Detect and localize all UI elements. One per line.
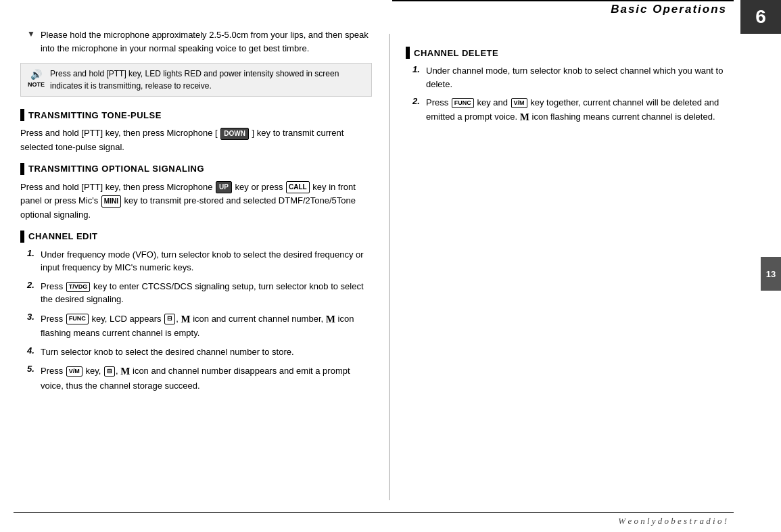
channel-edit-title: CHANNEL EDIT — [28, 231, 98, 241]
step-5-label: 5. — [27, 364, 38, 374]
section-bar-icon — [20, 109, 24, 121]
step-4-text: Turn selector knob to select the desired… — [41, 345, 294, 359]
channel-edit-steps: 1. Under frequency mode (VFO), turn sele… — [27, 248, 372, 393]
delete-step-1-text: Under channel mode, turn selector knob t… — [426, 64, 747, 91]
optional-signal-section-header: TRANSMITTING OPTIONAL SIGNALING — [20, 163, 372, 175]
up-key: UP — [216, 181, 232, 193]
m-icon-1: M — [181, 314, 190, 324]
section-bar-icon-4 — [406, 47, 410, 59]
right-column: CHANNEL DELETE 1. Under channel mode, tu… — [389, 0, 761, 532]
m-icon-3: M — [120, 366, 130, 377]
step-5-text: Press V/M key, ⊟, M icon and channel num… — [41, 364, 372, 392]
step-2-text: Press T/VDG key to enter CTCSS/DCS signa… — [41, 280, 372, 306]
footer-tagline: W e o n l y d o b e s t r a d i o ! — [618, 516, 727, 527]
step-3-text: Press FUNC key, LCD appears ⊟, M icon an… — [41, 312, 372, 340]
left-column: ▼ Please hold the microphone approximate… — [0, 0, 385, 532]
channel-edit-section-header: CHANNEL EDIT — [20, 231, 372, 243]
step-1-label: 1. — [27, 248, 38, 258]
step-4-label: 4. — [27, 345, 38, 356]
channel-delete-section-header: CHANNEL DELETE — [406, 47, 747, 59]
page-number-box: 13 — [761, 257, 781, 291]
page-number: 13 — [766, 269, 776, 279]
bullet-item-1: ▼ Please hold the microphone approximate… — [20, 28, 372, 55]
tone-pulse-body: Press and hold [PTT] key, then press Mic… — [20, 126, 372, 155]
g-icon-1: ⊟ — [164, 314, 175, 324]
note-box: 🔊 NOTE Press and hold [PTT] key, LED lig… — [20, 63, 372, 97]
bullet-section: ▼ Please hold the microphone approximate… — [20, 28, 372, 55]
bullet-arrow-icon: ▼ — [27, 29, 35, 39]
delete-step-2-text: Press FUNC key and V/M key together, cur… — [426, 96, 747, 124]
delete-step-1-label: 1. — [412, 64, 423, 74]
g-icon-2: ⊟ — [104, 366, 115, 377]
channel-edit-step-3: 3. Press FUNC key, LCD appears ⊟, M icon… — [27, 312, 372, 340]
channel-edit-step-4: 4. Turn selector knob to select the desi… — [27, 345, 372, 359]
channel-edit-step-5: 5. Press V/M key, ⊟, M icon and channel … — [27, 364, 372, 392]
tone-pulse-title: TRANSMITTING TONE-PULSE — [28, 110, 162, 120]
step-3-label: 3. — [27, 312, 38, 322]
channel-edit-step-2: 2. Press T/VDG key to enter CTCSS/DCS si… — [27, 280, 372, 306]
m-icon-2: M — [326, 314, 335, 324]
down-key: DOWN — [220, 128, 249, 140]
bullet-text-1: Please hold the microphone approximately… — [41, 28, 372, 55]
vm-key-delete: V/M — [511, 98, 527, 109]
channel-edit-step-1: 1. Under frequency mode (VFO), turn sele… — [27, 248, 372, 274]
speaker-icon: 🔊 — [30, 69, 42, 80]
footer-line — [14, 512, 734, 513]
func-key-delete: FUNC — [452, 98, 474, 109]
note-label: NOTE — [28, 81, 45, 88]
func-key-edit: FUNC — [66, 314, 89, 324]
note-icon-area: 🔊 NOTE — [28, 69, 45, 88]
tone-pulse-section-header: TRANSMITTING TONE-PULSE — [20, 109, 372, 121]
channel-delete-steps: 1. Under channel mode, turn selector kno… — [412, 64, 747, 124]
delete-step-2-label: 2. — [412, 96, 423, 106]
m-icon-delete: M — [520, 112, 529, 122]
section-bar-icon-3 — [20, 231, 24, 243]
optional-signal-body: Press and hold [PTT] key, then press Mic… — [20, 180, 372, 222]
section-bar-icon-2 — [20, 163, 24, 175]
step-1-text: Under frequency mode (VFO), turn selecto… — [41, 248, 372, 274]
channel-delete-step-1: 1. Under channel mode, turn selector kno… — [412, 64, 747, 91]
tvdg-key: T/VDG — [66, 282, 91, 293]
mini-key: MINI — [101, 195, 121, 208]
vm-key-edit: V/M — [66, 366, 82, 377]
note-text: Press and hold [PTT] key, LED lights RED… — [50, 68, 364, 92]
call-key: CALL — [286, 181, 310, 193]
step-2-label: 2. — [27, 280, 38, 290]
channel-delete-title: CHANNEL DELETE — [414, 48, 498, 58]
channel-delete-step-2: 2. Press FUNC key and V/M key together, … — [412, 96, 747, 124]
optional-signal-title: TRANSMITTING OPTIONAL SIGNALING — [28, 164, 204, 174]
